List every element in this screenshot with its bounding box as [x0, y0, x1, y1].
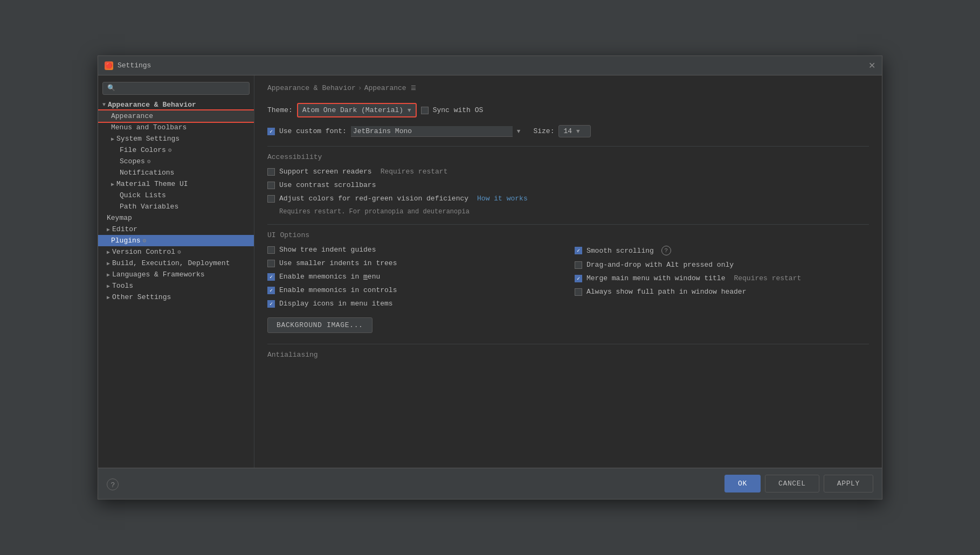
drag-drop-row: Drag-and-drop with Alt pressed only [575, 261, 869, 269]
sidebar-item-quick-lists-label: Quick Lists [120, 191, 166, 199]
mnemonics-controls-checkbox[interactable] [267, 287, 275, 294]
sidebar-item-notifications[interactable]: Notifications [98, 167, 254, 178]
main-content: Appearance & Behavior › Appearance ☰ The… [254, 75, 882, 468]
sidebar-item-file-colors[interactable]: File Colors ⚙ [98, 144, 254, 156]
screen-readers-row: Support screen readers Requires restart [267, 168, 869, 176]
chevron-right-icon-4: ▶ [107, 249, 110, 255]
breadcrumb-separator: › [358, 84, 362, 92]
scopes-icon: ⚙ [147, 158, 151, 165]
color-vision-row: Adjust colors for red-green vision defic… [267, 195, 869, 203]
chevron-right-icon-6: ▶ [107, 272, 110, 278]
theme-label: Theme: [267, 106, 293, 114]
chevron-right-icon-3: ▶ [107, 226, 110, 233]
sidebar-section-label: Appearance & Behavior [108, 101, 196, 109]
size-dropdown[interactable]: 14 ▼ [558, 125, 591, 137]
chevron-right-icon-7: ▶ [107, 283, 110, 289]
drag-drop-checkbox[interactable] [575, 261, 582, 269]
file-icon: ⚙ [168, 147, 172, 154]
size-dropdown-arrow: ▼ [576, 128, 580, 135]
smaller-indents-label: Use smaller indents in trees [279, 259, 397, 267]
sidebar-item-other-settings[interactable]: ▶ Other Settings [98, 292, 254, 303]
sidebar-item-editor[interactable]: ▶ Editor [98, 224, 254, 235]
contrast-scrollbars-row: Use contrast scrollbars [267, 181, 869, 189]
sidebar-item-file-colors-label: File Colors [120, 146, 166, 154]
sidebar-item-system-settings[interactable]: ▶ System Settings [98, 133, 254, 144]
close-button[interactable]: ✕ [868, 61, 875, 70]
smaller-indents-row: Use smaller indents in trees [267, 259, 562, 267]
theme-dropdown-arrow: ▼ [408, 107, 411, 114]
contrast-scrollbars-checkbox[interactable] [267, 182, 275, 189]
how-it-works-link[interactable]: How it works [477, 195, 528, 203]
font-label: Use custom font: [279, 127, 347, 135]
sidebar-item-keymap-label: Keymap [107, 214, 132, 222]
mnemonics-menu-checkbox[interactable] [267, 273, 275, 281]
tree-indent-row: Show tree indent guides [267, 246, 562, 254]
sidebar-item-editor-label: Editor [112, 225, 137, 233]
sidebar-item-build-execution[interactable]: ▶ Build, Execution, Deployment [98, 258, 254, 269]
font-checkbox[interactable] [267, 128, 275, 135]
divider-3 [267, 344, 869, 344]
tree-indent-checkbox[interactable] [267, 246, 275, 254]
sidebar-item-version-control-label: Version Control [112, 248, 175, 256]
divider-2 [267, 224, 869, 225]
help-button[interactable]: ? [107, 478, 119, 490]
sidebar-item-plugins[interactable]: Plugins ⚙ [98, 235, 254, 246]
color-vision-label: Adjust colors for red-green vision defic… [279, 195, 468, 203]
color-vision-checkbox[interactable] [267, 195, 275, 203]
font-dropdown[interactable]: JetBrains Mono [351, 126, 513, 137]
mnemonics-menu-label: Enable mnemonics in menu [279, 273, 380, 281]
sidebar-item-build-execution-label: Build, Execution, Deployment [112, 259, 230, 267]
ui-options-title: UI Options [267, 231, 869, 239]
screen-readers-checkbox[interactable] [267, 168, 275, 176]
sidebar-section-appearance-behavior[interactable]: ▼ Appearance & Behavior [98, 99, 254, 110]
smooth-scrolling-label: Smooth scrolling [586, 247, 654, 255]
dialog-title: Settings [118, 61, 151, 70]
chevron-right-icon-8: ▶ [107, 294, 110, 301]
sidebar-item-quick-lists[interactable]: Quick Lists [98, 190, 254, 201]
merge-menu-checkbox[interactable] [575, 275, 582, 282]
search-input[interactable] [102, 82, 250, 95]
full-path-checkbox[interactable] [575, 288, 582, 296]
ok-button[interactable]: OK [724, 475, 761, 492]
sidebar-item-scopes[interactable]: Scopes ⚙ [98, 156, 254, 167]
plugins-icon: ⚙ [143, 237, 147, 244]
sidebar-item-appearance[interactable]: Appearance [98, 110, 254, 122]
sidebar-item-tools[interactable]: ▶ Tools [98, 280, 254, 292]
breadcrumb-part2: Appearance [364, 84, 406, 92]
sync-with-os-label: Sync with OS [433, 106, 484, 114]
theme-dropdown[interactable]: Atom One Dark (Material) ▼ [297, 103, 417, 117]
sidebar-item-languages-frameworks[interactable]: ▶ Languages & Frameworks [98, 269, 254, 280]
sidebar-item-version-control[interactable]: ▶ Version Control ⚙ [98, 246, 254, 258]
dialog-body: ▼ Appearance & Behavior Appearance Menus… [98, 75, 882, 468]
title-bar: 🔴 Settings ✕ [98, 56, 882, 75]
merge-menu-row: Merge main menu with window title Requir… [575, 274, 869, 282]
sidebar-item-material-theme-label: Material Theme UI [116, 180, 188, 188]
smooth-scrolling-checkbox[interactable] [575, 247, 582, 254]
size-value: 14 [563, 127, 572, 135]
chevron-right-icon-5: ▶ [107, 260, 110, 267]
settings-dialog: 🔴 Settings ✕ ▼ Appearance & Behavior App… [98, 56, 882, 500]
search-bar [98, 80, 254, 99]
sync-with-os-checkbox[interactable] [421, 107, 429, 114]
accessibility-title: Accessibility [267, 153, 869, 161]
sidebar-item-notifications-label: Notifications [120, 169, 174, 177]
apply-button[interactable]: APPLY [824, 475, 873, 492]
smaller-indents-checkbox[interactable] [267, 260, 275, 267]
sidebar-item-appearance-label: Appearance [111, 112, 153, 120]
sidebar-item-plugins-label: Plugins [111, 237, 141, 245]
sidebar-item-path-variables[interactable]: Path Variables [98, 201, 254, 212]
font-value: JetBrains Mono [353, 127, 412, 135]
dialog-footer: OK CANCEL APPLY [98, 468, 882, 499]
sidebar-item-keymap[interactable]: Keymap [98, 212, 254, 224]
ui-options-grid: Show tree indent guides Use smaller inde… [267, 246, 869, 313]
display-icons-checkbox[interactable] [267, 300, 275, 308]
ui-col2: Smooth scrolling ? Drag-and-drop with Al… [575, 246, 869, 313]
smooth-scrolling-info-icon[interactable]: ? [661, 246, 671, 255]
sidebar-item-menus-toolbars[interactable]: Menus and Toolbars [98, 122, 254, 133]
theme-value: Atom One Dark (Material) [302, 106, 403, 114]
breadcrumb-icon: ☰ [411, 85, 416, 92]
background-image-button[interactable]: BACKGROUND IMAGE... [267, 317, 372, 333]
sidebar-item-system-settings-label: System Settings [116, 135, 180, 143]
sidebar-item-material-theme[interactable]: ▶ Material Theme UI [98, 178, 254, 190]
cancel-button[interactable]: CANCEL [765, 475, 819, 492]
